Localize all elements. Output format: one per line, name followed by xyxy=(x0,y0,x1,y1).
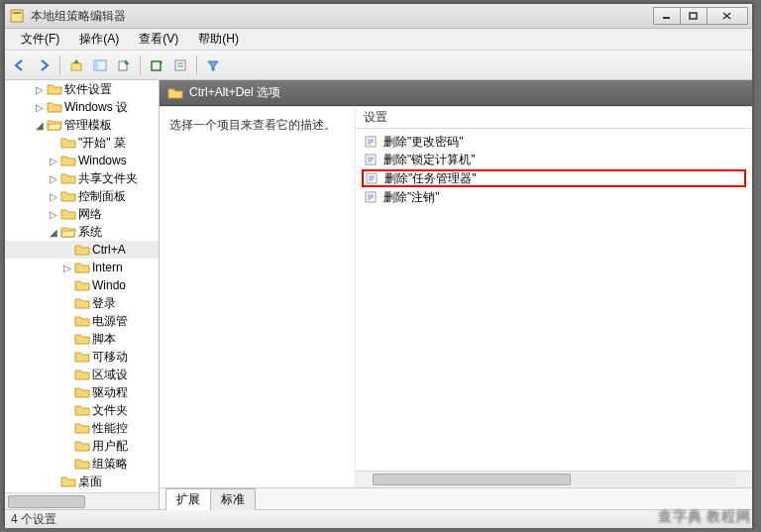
tab-extended[interactable]: 扩展 xyxy=(165,488,211,510)
setting-label: 删除"更改密码" xyxy=(383,134,464,151)
folder-icon xyxy=(60,136,76,150)
expand-icon[interactable]: ▷ xyxy=(60,263,74,273)
folder-icon xyxy=(74,296,90,310)
tree-item[interactable]: ▷控制面板 xyxy=(5,187,159,205)
tree-item[interactable]: ▷Windows xyxy=(5,152,159,169)
description-text: 选择一个项目来查看它的描述。 xyxy=(169,117,345,134)
expand-icon[interactable]: ▷ xyxy=(33,84,47,95)
folder-icon xyxy=(74,439,90,453)
up-button[interactable] xyxy=(65,54,87,76)
tree-item[interactable]: ▷软件设置 xyxy=(5,80,159,98)
expand-icon[interactable]: ▷ xyxy=(33,102,47,113)
folder-icon xyxy=(60,171,76,185)
tree-item[interactable]: 文件夹 xyxy=(5,401,159,419)
tree-item[interactable]: 驱动程 xyxy=(5,383,159,401)
menu-view[interactable]: 查看(V) xyxy=(129,29,188,50)
expand-icon[interactable]: ▷ xyxy=(47,191,60,202)
setting-item[interactable]: 删除"注销" xyxy=(362,188,746,206)
expand-icon[interactable]: ▷ xyxy=(47,173,60,184)
menu-action[interactable]: 操作(A) xyxy=(69,29,129,50)
maximize-button[interactable] xyxy=(680,7,707,25)
folder-icon xyxy=(47,100,62,114)
filter-button[interactable] xyxy=(202,54,224,76)
export-button[interactable] xyxy=(113,54,135,76)
content-area: ▷软件设置▷Windows 设◢管理模板"开始" 菜▷Windows▷共享文件夹… xyxy=(5,80,752,509)
setting-item[interactable]: 删除"锁定计算机" xyxy=(362,151,746,168)
list-hscrollbar[interactable] xyxy=(356,471,752,487)
titlebar[interactable]: 本地组策略编辑器 xyxy=(5,4,752,29)
tree-label: 登录 xyxy=(92,295,116,312)
folder-icon xyxy=(74,314,90,328)
tree-item[interactable]: 电源管 xyxy=(5,312,159,330)
list-body: 删除"更改密码"删除"锁定计算机"删除"任务管理器"删除"注销" xyxy=(356,129,752,471)
tree-item[interactable]: ▷共享文件夹 xyxy=(5,169,159,187)
folder-icon xyxy=(74,457,90,471)
close-button[interactable] xyxy=(707,7,748,25)
svg-rect-10 xyxy=(152,61,161,70)
folder-icon xyxy=(60,475,76,488)
tree-label: Windows xyxy=(78,154,127,167)
folder-icon xyxy=(74,278,90,292)
tree-label: 控制面板 xyxy=(78,188,126,205)
window-title: 本地组策略编辑器 xyxy=(31,8,654,25)
right-pane: Ctrl+Alt+Del 选项 选择一个项目来查看它的描述。 设置 删除"更改密… xyxy=(160,80,752,509)
tree-label: 用户配 xyxy=(92,438,128,455)
expand-icon[interactable]: ◢ xyxy=(47,227,60,238)
tree-label: 区域设 xyxy=(92,367,128,383)
svg-rect-11 xyxy=(175,60,185,70)
show-hide-tree-button[interactable] xyxy=(89,54,111,76)
tree-label: Windows 设 xyxy=(64,99,128,116)
folder-icon xyxy=(74,403,90,417)
tree-item[interactable]: 脚本 xyxy=(5,330,159,348)
tree-item[interactable]: Windo xyxy=(5,276,159,294)
minimize-button[interactable] xyxy=(653,7,681,25)
expand-icon[interactable]: ◢ xyxy=(33,120,47,131)
view-tabs: 扩展 标准 xyxy=(160,487,752,509)
tab-standard[interactable]: 标准 xyxy=(210,488,256,510)
menu-help[interactable]: 帮助(H) xyxy=(188,29,249,50)
setting-item[interactable]: 删除"任务管理器" xyxy=(362,169,746,187)
folder-icon xyxy=(60,225,76,239)
setting-item[interactable]: 删除"更改密码" xyxy=(362,133,746,151)
tree-label: 共享文件夹 xyxy=(78,170,138,187)
tree-item[interactable]: ◢管理模板 xyxy=(5,116,159,134)
expand-icon[interactable]: ▷ xyxy=(47,209,60,220)
tree-item[interactable]: 可移动 xyxy=(5,348,159,366)
folder-icon xyxy=(74,368,90,381)
folder-icon xyxy=(60,207,76,221)
setting-icon xyxy=(364,153,380,166)
folder-icon xyxy=(60,154,76,167)
properties-button[interactable] xyxy=(169,54,191,76)
tree-item[interactable]: 性能控 xyxy=(5,419,159,437)
folder-icon xyxy=(47,118,62,132)
tree-item[interactable]: 用户配 xyxy=(5,437,159,455)
tree-label: 管理模板 xyxy=(64,117,112,134)
tree-item[interactable]: "开始" 菜 xyxy=(5,134,159,152)
column-header-setting[interactable]: 设置 xyxy=(356,107,752,129)
tree[interactable]: ▷软件设置▷Windows 设◢管理模板"开始" 菜▷Windows▷共享文件夹… xyxy=(5,80,159,492)
app-window: 本地组策略编辑器 文件(F) 操作(A) 查看(V) 帮助(H) ▷软件设置▷W… xyxy=(4,3,753,527)
tree-label: 驱动程 xyxy=(92,384,128,401)
setting-icon xyxy=(365,171,380,185)
tree-item[interactable]: ▷网络 xyxy=(5,205,159,223)
menu-file[interactable]: 文件(F) xyxy=(11,29,69,50)
expand-icon[interactable]: ▷ xyxy=(47,156,60,166)
tree-item[interactable]: ▷Windows 设 xyxy=(5,98,159,116)
tree-label: 桌面 xyxy=(78,474,102,490)
tree-item[interactable]: 组策略 xyxy=(5,455,159,473)
tree-item[interactable]: 登录 xyxy=(5,294,159,312)
tree-label: Intern xyxy=(92,261,123,274)
forward-button[interactable] xyxy=(33,54,54,76)
separator xyxy=(140,55,141,75)
folder-icon xyxy=(74,385,90,399)
tree-item[interactable]: ▷Intern xyxy=(5,259,159,276)
setting-icon xyxy=(364,190,380,204)
tree-item[interactable]: Ctrl+A xyxy=(5,241,159,259)
tree-hscrollbar[interactable] xyxy=(5,492,159,509)
refresh-button[interactable] xyxy=(146,54,167,76)
tree-item[interactable]: 桌面 xyxy=(5,473,159,490)
back-button[interactable] xyxy=(9,54,31,76)
tree-item[interactable]: 区域设 xyxy=(5,366,159,383)
tree-item[interactable]: ◢系统 xyxy=(5,223,159,241)
folder-icon xyxy=(74,421,90,435)
